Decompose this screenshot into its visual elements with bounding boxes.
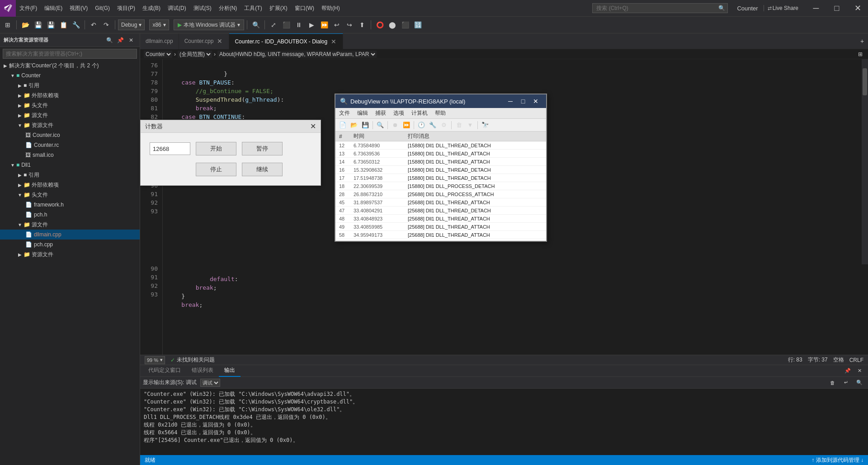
- tree-small-ico[interactable]: 🖼 small.ico: [0, 150, 140, 160]
- tree-counter-rc[interactable]: 📄 Counter.rc: [0, 140, 140, 150]
- dv-row-4[interactable]: 17 17.51948738 [15880] Dll1 DLL_THREAD_D…: [335, 174, 546, 182]
- add-to-source-control[interactable]: ↑ 添加到源代码管理 ↓: [811, 456, 863, 464]
- counter-value-input[interactable]: [150, 142, 190, 155]
- debug-mode-dropdown[interactable]: Debug ▾: [118, 19, 145, 30]
- dv-row-0[interactable]: 12 6.73584890 [15880] Dll1 DLL_THREAD_DE…: [335, 141, 546, 150]
- counter-start-btn[interactable]: 开始: [196, 142, 236, 155]
- debugview-close-btn[interactable]: ✕: [530, 96, 542, 107]
- save-all-btn[interactable]: 💾: [45, 19, 57, 31]
- start-debug-btn[interactable]: ▶ 本地 Windows 调试器 ▾: [174, 19, 244, 30]
- tree-references[interactable]: ▶ ■ 引用: [0, 80, 140, 90]
- dv-tb-clock[interactable]: 🕐: [416, 120, 427, 131]
- menu-extensions[interactable]: 扩展(X): [266, 0, 291, 17]
- close-button[interactable]: ✕: [847, 0, 868, 17]
- vertical-scrollbar[interactable]: [862, 59, 868, 264]
- breadcrumb-scope-select[interactable]: (全局范围): [178, 51, 212, 58]
- sidebar-search-input[interactable]: [3, 49, 137, 59]
- menu-git[interactable]: Git(G): [91, 0, 113, 17]
- split-editor-btn[interactable]: ⊞: [856, 50, 864, 58]
- zoom-dropdown[interactable]: 99 % ▾: [145, 356, 165, 364]
- platform-dropdown[interactable]: x86 ▾: [149, 19, 169, 30]
- output-clear-btn[interactable]: 🗑: [826, 377, 838, 389]
- output-find-btn[interactable]: 🔍: [854, 377, 865, 389]
- menu-tools[interactable]: 工具(T): [241, 0, 265, 17]
- breadcrumb-function-select[interactable]: About(HWND hDlg, UINT message, WPARAM wP…: [217, 51, 377, 58]
- dv-tb-save[interactable]: 💾: [360, 120, 371, 131]
- tb-btn13[interactable]: ⬆: [356, 19, 368, 31]
- dv-row-11[interactable]: 58 34.95949173 [25688] Dll1 DLL_THREAD_A…: [335, 231, 546, 239]
- dv-menu-file[interactable]: 文件: [335, 108, 354, 119]
- sidebar-pin-btn[interactable]: 📌: [115, 35, 125, 45]
- tb-btn12[interactable]: ↪: [344, 19, 355, 31]
- dv-row-9[interactable]: 48 33.40848923 [25688] Dll1 DLL_THREAD_A…: [335, 215, 546, 223]
- tree-counter-project[interactable]: ▼ ■ Counter: [0, 70, 140, 80]
- tab-counter-rc[interactable]: Counter.rc - IDD_ABOUTBOX - Dialog ✕: [229, 33, 343, 49]
- tab-counter-cpp-close[interactable]: ✕: [216, 38, 223, 45]
- debugview-minimize-btn[interactable]: ─: [505, 96, 516, 107]
- dv-row-10[interactable]: 49 33.40859985 [25688] Dll1 DLL_THREAD_A…: [335, 223, 546, 231]
- global-search-input[interactable]: [592, 3, 728, 13]
- live-share-label[interactable]: Live Share: [773, 5, 798, 11]
- tab-code-definition[interactable]: 代码定义窗口: [143, 365, 186, 377]
- dv-row-2[interactable]: 14 6.73650312 [15880] Dll1 DLL_THREAD_AT…: [335, 158, 546, 166]
- counter-continue-btn[interactable]: 继续: [242, 163, 283, 176]
- dv-tb-auto[interactable]: ▼: [465, 120, 476, 131]
- tree-dll1-extdeps[interactable]: ▶ 📁 外部依赖项: [0, 180, 140, 190]
- tb-btn9[interactable]: ▶: [306, 19, 317, 31]
- tree-sources[interactable]: ▶ 📁 源文件: [0, 110, 140, 120]
- maximize-button[interactable]: □: [826, 0, 847, 17]
- tree-dll1-sources[interactable]: ▼ 📁 源文件: [0, 220, 140, 230]
- tree-dllmain-cpp[interactable]: 📄 dllmain.cpp: [0, 230, 140, 240]
- tb-bp2-btn[interactable]: ⬤: [387, 19, 398, 31]
- tree-headers[interactable]: ▶ 📁 头文件: [0, 100, 140, 110]
- tree-dll1-resources[interactable]: ▶ 📁 资源文件: [0, 249, 140, 259]
- dv-tb-filter[interactable]: 🔧: [427, 120, 438, 131]
- tb-icon5[interactable]: 🔧: [70, 19, 82, 31]
- counter-dialog-close[interactable]: ✕: [310, 122, 316, 131]
- sidebar-search-btn[interactable]: 🔍: [104, 35, 114, 45]
- tb-search-btn[interactable]: 🔍: [250, 19, 262, 31]
- dv-row-7[interactable]: 45 31.89897537 [25688] Dll1 DLL_THREAD_A…: [335, 198, 546, 207]
- tb-bp-btn[interactable]: ⭕: [374, 19, 386, 31]
- tab-error-list[interactable]: 错误列表: [186, 365, 219, 377]
- new-tab-btn[interactable]: +: [856, 35, 868, 47]
- tree-pch-h[interactable]: 📄 pch.h: [0, 210, 140, 220]
- undo-btn[interactable]: ↶: [88, 19, 99, 31]
- tree-counter-ico[interactable]: 🖼 Counter.ico: [0, 130, 140, 140]
- dv-tb-stop[interactable]: ⏩: [401, 120, 412, 131]
- dv-row-3[interactable]: 16 15.32908632 [15880] Dll1 DLL_THREAD_D…: [335, 166, 546, 174]
- menu-build[interactable]: 生成(B): [139, 0, 164, 17]
- breadcrumb-file-select[interactable]: Counter: [144, 51, 172, 58]
- dv-row-12[interactable]: 59 37.04058838 [25688] Dll1 DLL_THREAD_D…: [335, 239, 546, 241]
- dv-row-1[interactable]: 13 6.73639536 [15880] Dll1 DLL_THREAD_AT…: [335, 150, 546, 158]
- tb-icon4[interactable]: 📋: [57, 19, 69, 31]
- dv-tb-find[interactable]: 🔍: [375, 120, 386, 131]
- tree-framework-h[interactable]: 📄 framework.h: [0, 200, 140, 210]
- menu-project[interactable]: 项目(P): [113, 0, 139, 17]
- menu-help[interactable]: 帮助(H): [318, 0, 344, 17]
- tb-btn11[interactable]: ↩: [331, 19, 343, 31]
- dv-tb-record[interactable]: ⏺: [390, 120, 401, 131]
- tree-solution[interactable]: ▶ 解决方案'Counter'(2 个项目，共 2 个): [0, 61, 140, 70]
- menu-view[interactable]: 视图(V): [66, 0, 91, 17]
- dv-tb-open[interactable]: 📂: [349, 120, 359, 131]
- output-pin-btn[interactable]: 📌: [842, 365, 854, 377]
- tab-counter-rc-close[interactable]: ✕: [330, 38, 337, 45]
- tab-output[interactable]: 输出: [219, 365, 241, 377]
- dv-menu-capture[interactable]: 捕获: [372, 108, 390, 119]
- dv-tb-binoculars[interactable]: 🔭: [480, 120, 491, 131]
- tab-counter-cpp[interactable]: Counter.cpp ✕: [179, 33, 230, 49]
- menu-debug[interactable]: 调试(D): [164, 0, 190, 17]
- tb-btn7[interactable]: ⬛: [280, 19, 292, 31]
- code-content-lower[interactable]: default: break; } break;: [163, 264, 868, 355]
- menu-test[interactable]: 测试(S): [190, 0, 215, 17]
- counter-stop-btn[interactable]: 停止: [196, 163, 236, 176]
- sidebar-close-btn[interactable]: ✕: [126, 35, 136, 45]
- dv-menu-edit[interactable]: 编辑: [354, 108, 372, 119]
- redo-btn[interactable]: ↷: [100, 19, 112, 31]
- tb-bp4-btn[interactable]: 🔢: [412, 19, 424, 31]
- tb-btn6[interactable]: ⤢: [268, 19, 279, 31]
- menu-window[interactable]: 窗口(W): [291, 0, 318, 17]
- tab-dllmain[interactable]: dllmain.cpp: [140, 33, 179, 49]
- dv-tb-clear[interactable]: 🗑: [453, 120, 464, 131]
